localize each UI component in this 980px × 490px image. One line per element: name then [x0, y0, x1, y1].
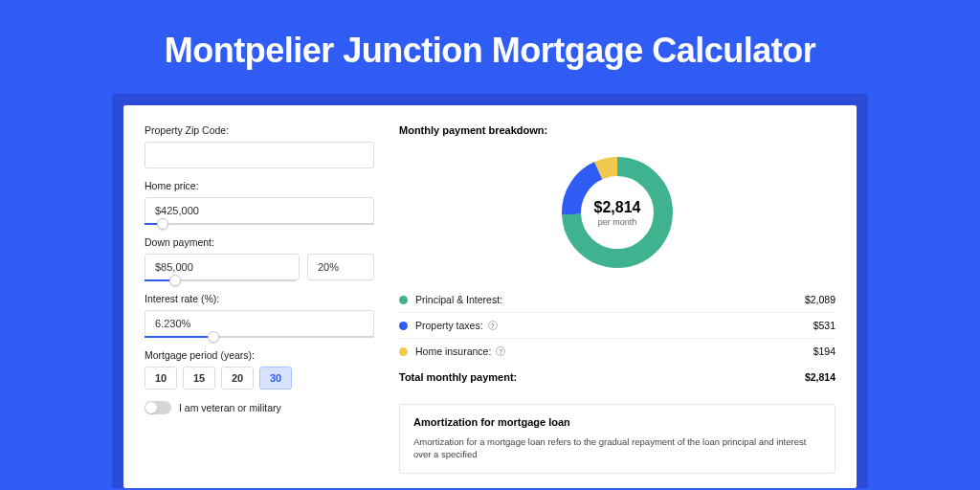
- veteran-label: I am veteran or military: [179, 402, 281, 413]
- donut-total: $2,814: [594, 199, 641, 216]
- period-label: Mortgage period (years):: [145, 349, 374, 361]
- rate-slider-fill: [145, 336, 213, 338]
- period-button-15[interactable]: 15: [183, 367, 215, 390]
- legend-dot: [399, 347, 408, 356]
- breakdown-row: Property taxes:?$531: [399, 313, 835, 339]
- downpay-slider[interactable]: [145, 279, 296, 281]
- homeprice-input[interactable]: [145, 197, 374, 224]
- downpay-field: Down payment:: [145, 236, 374, 281]
- period-button-20[interactable]: 20: [221, 367, 254, 390]
- zip-field: Property Zip Code:: [145, 124, 374, 168]
- breakdown-title: Monthly payment breakdown:: [399, 124, 835, 136]
- breakdown-label: Principal & Interest:: [415, 294, 502, 305]
- form-column: Property Zip Code: Home price: Down paym…: [145, 124, 374, 488]
- legend-dot: [399, 322, 408, 330]
- veteran-toggle[interactable]: [145, 401, 171, 414]
- zip-input[interactable]: [145, 142, 374, 168]
- amortization-title: Amortization for mortgage loan: [413, 416, 821, 428]
- breakdown-row: Principal & Interest:$2,089: [399, 287, 835, 313]
- downpay-label: Down payment:: [145, 236, 374, 248]
- downpay-pct-input[interactable]: [307, 254, 374, 280]
- card-frame: Property Zip Code: Home price: Down paym…: [112, 94, 868, 488]
- rate-label: Interest rate (%):: [145, 293, 374, 304]
- period-button-10[interactable]: 10: [145, 367, 177, 390]
- homeprice-label: Home price:: [145, 180, 374, 191]
- donut-center: $2,814 per month: [556, 151, 679, 274]
- breakdown-list: Principal & Interest:$2,089Property taxe…: [399, 287, 835, 364]
- donut-sub: per month: [598, 217, 637, 227]
- period-button-30[interactable]: 30: [259, 367, 292, 390]
- donut-chart: $2,814 per month: [556, 151, 679, 274]
- rate-field: Interest rate (%):: [145, 293, 374, 338]
- breakdown-label: Home insurance:?: [415, 345, 505, 357]
- downpay-input[interactable]: [145, 254, 300, 280]
- page-title: Montpelier Junction Mortgage Calculator: [0, 0, 980, 94]
- breakdown-value: $2,089: [805, 294, 835, 305]
- rate-slider[interactable]: [145, 336, 374, 338]
- period-field: Mortgage period (years): 10152030: [145, 349, 374, 390]
- homeprice-slider[interactable]: [145, 223, 374, 225]
- breakdown-value: $531: [813, 320, 835, 331]
- rate-slider-thumb[interactable]: [208, 331, 219, 343]
- info-icon[interactable]: ?: [496, 346, 505, 356]
- veteran-row: I am veteran or military: [145, 401, 374, 414]
- donut-wrap: $2,814 per month: [399, 145, 835, 287]
- legend-dot: [399, 296, 408, 304]
- rate-input[interactable]: [145, 310, 374, 337]
- info-icon[interactable]: ?: [488, 321, 498, 330]
- total-value: $2,814: [805, 371, 835, 383]
- breakdown-column: Monthly payment breakdown: $2,814 per mo…: [399, 124, 835, 488]
- period-buttons: 10152030: [145, 367, 374, 390]
- homeprice-slider-thumb[interactable]: [157, 218, 168, 230]
- breakdown-label: Property taxes:?: [415, 320, 498, 331]
- homeprice-field: Home price:: [145, 180, 374, 225]
- breakdown-value: $194: [813, 345, 835, 357]
- amortization-text: Amortization for a mortgage loan refers …: [413, 435, 821, 461]
- veteran-toggle-knob: [145, 402, 157, 413]
- calculator-card: Property Zip Code: Home price: Down paym…: [123, 105, 857, 488]
- downpay-slider-thumb[interactable]: [169, 275, 181, 286]
- breakdown-row: Home insurance:?$194: [399, 339, 835, 364]
- total-label: Total monthly payment:: [399, 371, 517, 383]
- amortization-card: Amortization for mortgage loan Amortizat…: [399, 404, 835, 474]
- zip-label: Property Zip Code:: [145, 124, 374, 136]
- total-row: Total monthly payment: $2,814: [399, 364, 835, 390]
